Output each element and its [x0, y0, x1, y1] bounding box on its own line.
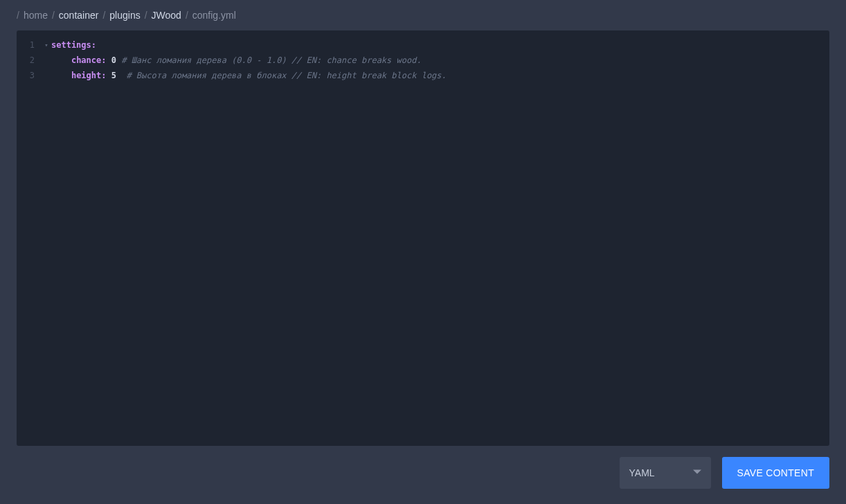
code-line[interactable]: height: 5 # Высота ломания дерева в блок… [51, 68, 829, 83]
fold-toggle-icon[interactable]: ▾ [42, 37, 51, 53]
code-token-colon: : [101, 55, 111, 65]
code-token-plain [51, 55, 71, 65]
breadcrumb-sep: / [52, 10, 55, 21]
breadcrumb-plugins[interactable]: plugins [109, 10, 140, 21]
code-token-colon: : [101, 71, 111, 80]
breadcrumb-sep: / [17, 10, 19, 21]
breadcrumb-sep: / [186, 10, 188, 21]
breadcrumb-sep: / [145, 10, 147, 21]
code-token-comment: # Высота ломания дерева в блоках // EN: … [126, 71, 446, 80]
chevron-down-icon [693, 467, 701, 478]
fold-spacer [42, 53, 51, 68]
code-token-plain [116, 71, 126, 80]
fold-column: ▾ [42, 30, 51, 446]
line-number: 1 [17, 37, 42, 53]
breadcrumb-jwood[interactable]: JWood [152, 10, 181, 21]
breadcrumb-home[interactable]: home [24, 10, 48, 21]
breadcrumb-current-file: config.yml [192, 10, 236, 21]
breadcrumb-container[interactable]: container [59, 10, 99, 21]
code-area[interactable]: settings: chance: 0 # Шанс ломания дерев… [51, 30, 829, 446]
editor-footer: YAML SAVE CONTENT [0, 446, 846, 489]
breadcrumb: / home / container / plugins / JWood / c… [0, 0, 846, 30]
language-select[interactable]: YAML [620, 457, 711, 489]
code-line[interactable]: settings: [51, 37, 829, 53]
code-token-val: 0 [111, 55, 116, 65]
code-token-mapkey: height [71, 71, 101, 80]
breadcrumb-sep: / [102, 10, 105, 21]
language-select-value: YAML [629, 467, 655, 478]
code-token-mapkey: chance [71, 55, 101, 65]
editor-gutter: 1 2 3 [17, 30, 42, 446]
code-token-val: 5 [111, 71, 116, 80]
code-token-plain [51, 71, 71, 80]
code-token-colon: : [91, 40, 96, 50]
fold-spacer [42, 68, 51, 83]
code-token-key: settings [51, 40, 91, 50]
line-number: 3 [17, 68, 42, 83]
code-token-comment: # Шанс ломания дерева (0.0 - 1.0) // EN:… [121, 55, 421, 65]
code-editor[interactable]: 1 2 3 ▾ settings: chance: 0 # Шанс ломан… [17, 30, 829, 446]
save-content-button[interactable]: SAVE CONTENT [722, 457, 829, 489]
code-line[interactable]: chance: 0 # Шанс ломания дерева (0.0 - 1… [51, 53, 829, 68]
line-number: 2 [17, 53, 42, 68]
